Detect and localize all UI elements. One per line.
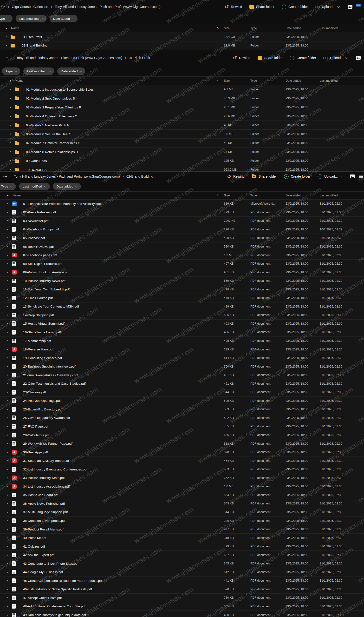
- file-row[interactable]: • 12-Email Course.pdf 476 KB PDF documen…: [0, 294, 364, 302]
- file-name[interactable]: 35-Host a Job Board.pdf: [19, 493, 214, 497]
- column-header-name[interactable]: Name: [13, 79, 214, 82]
- column-header-type[interactable]: Type: [247, 194, 283, 197]
- column-header-name[interactable]: Name: [9, 27, 214, 30]
- file-row[interactable]: • 18-Reverse Haro.pdf 789 KB PDF documen…: [0, 345, 364, 354]
- file-row[interactable]: • 42-Ask the Expert.pdf 637 KB PDF docum…: [0, 551, 364, 559]
- file-name[interactable]: 02-Press Releases.pdf: [19, 210, 214, 214]
- column-header-last-modified[interactable]: Last modified: [317, 194, 364, 197]
- file-row[interactable]: • 31-Setup an Advisory Board.pdf 454 KB …: [0, 456, 364, 465]
- file-row[interactable]: • 03-Newsletter.pdf 1001 KB PDF document…: [0, 217, 364, 225]
- filter-chip-date-added[interactable]: Date added: [57, 68, 85, 75]
- file-row[interactable]: • 11-Start Your Own Subreddit.pdf 498 KB…: [0, 285, 364, 294]
- file-name[interactable]: 46-Lists Industry or Niche Specific Podc…: [19, 587, 214, 591]
- file-name[interactable]: 09-Publish Book on Amazon.pdf: [19, 270, 214, 274]
- list-view-icon[interactable]: [356, 4, 361, 9]
- breadcrumb-more-button[interactable]: •••: [6, 56, 10, 60]
- file-name[interactable]: 36-Apple News Publisher.pdf: [19, 502, 214, 506]
- file-name[interactable]: 14-Drop Shipping.pdf: [19, 313, 214, 317]
- file-name[interactable]: 39-Product Recall Alerts.pdf: [19, 528, 214, 531]
- upload-button[interactable]: ↑ Upload...: [318, 174, 342, 179]
- file-row[interactable]: • 19-Consulting Services.pdf 614 KB PDF …: [0, 354, 364, 362]
- file-row[interactable]: • 45-Create Coupons and Discount for You…: [0, 576, 364, 585]
- file-name[interactable]: 32-List Industry Events and Conferences.…: [19, 467, 214, 471]
- file-row[interactable]: • 25-Expert-Pro Directory.pdf 589 KB PDF…: [0, 405, 364, 414]
- file-name[interactable]: 40-Press Kit.pdf: [19, 536, 214, 540]
- rewind-button[interactable]: ↺ Rewind: [233, 56, 250, 60]
- file-name[interactable]: 06-Module 6 Secure the Deal S: [22, 132, 214, 136]
- filter-chip-date-added[interactable]: Date added: [50, 15, 78, 22]
- file-row[interactable]: • 13-Syndicate Your Content to MSN.pdf 4…: [0, 302, 364, 311]
- file-row[interactable]: • 48-Add Editorial Guidelines to Your Si…: [0, 602, 364, 611]
- breadcrumb-more-button[interactable]: •••: [3, 175, 7, 178]
- file-name[interactable]: 41-Quizzes.pdf: [19, 545, 214, 548]
- file-name[interactable]: 04-Facebook Groups.pdf: [19, 228, 214, 231]
- file-name[interactable]: 06-Book Reviews.pdf: [19, 245, 214, 248]
- file-row[interactable]: • 10-Publish Industry News.pdf 559 KB PD…: [0, 277, 364, 285]
- file-row[interactable]: • 15-Host a Virtual Summit.pdf 493 KB PD…: [0, 320, 364, 328]
- favorite-heart-icon[interactable]: ♥: [10, 79, 12, 82]
- rewind-button[interactable]: ↺ Rewind: [227, 175, 244, 178]
- file-name[interactable]: 17-Membership.pdf: [19, 339, 214, 343]
- list-view-icon[interactable]: [359, 175, 363, 178]
- file-row[interactable]: • 09-Publish Book on Amazon.pdf 951 KB P…: [0, 268, 364, 277]
- file-name[interactable]: 34-List Industry Associations.pdf: [19, 485, 214, 488]
- file-row[interactable]: • 01-Enhance Your Websites Authority and…: [0, 200, 364, 208]
- share-folder-button[interactable]: Share folder: [249, 5, 274, 9]
- file-name[interactable]: 05-Podcast.pdf: [19, 236, 214, 240]
- file-name[interactable]: 24-Post Job Openings.pdf: [19, 399, 214, 402]
- file-row[interactable]: • 23-Glossary.pdf 544 KB PDF document 23…: [0, 388, 364, 397]
- column-header-date-added[interactable]: Date added: [283, 27, 317, 30]
- file-row[interactable]: • 33-Publish Industry Stats.pdf 752 KB P…: [0, 474, 364, 482]
- create-folder-button[interactable]: + Create folder: [284, 174, 310, 179]
- file-name[interactable]: 13-Syndicate Your Content to MSN.pdf: [19, 305, 214, 308]
- file-row[interactable]: • 14-Drop Shipping.pdf 586 KB PDF docume…: [0, 311, 364, 320]
- file-name[interactable]: 30-Best Apps.pdf: [19, 451, 214, 454]
- file-row[interactable]: • 20-Business Spotlight Interviews.pdf 3…: [0, 362, 364, 371]
- file-name[interactable]: 28-Calculators.pdf: [19, 433, 214, 437]
- file-row[interactable]: • 02-Press Releases.pdf 499 KB PDF docum…: [0, 208, 364, 217]
- file-name[interactable]: 19-Consulting Services.pdf: [19, 356, 214, 360]
- column-header-last-modified[interactable]: Last modified: [317, 79, 364, 82]
- sort-ascending-icon[interactable]: ^: [217, 27, 219, 30]
- file-row[interactable]: • 22-Offer Testimonials and Case Studies…: [0, 379, 364, 388]
- breadcrumb-item[interactable]: Tony Hill and Lindsay Jones - Pitch and …: [16, 56, 122, 60]
- sort-ascending-icon[interactable]: ^: [217, 194, 219, 197]
- column-header-type[interactable]: Type: [247, 27, 283, 30]
- share-folder-button[interactable]: Share folder: [252, 175, 277, 178]
- file-name[interactable]: 42-Ask the Expert.pdf: [19, 553, 214, 557]
- column-header-name[interactable]: Name: [11, 194, 214, 197]
- file-row[interactable]: • 26-Give Out Industry Awards.pdf 582 KB…: [0, 414, 364, 423]
- file-row[interactable]: • 32-List Industry Events and Conference…: [0, 465, 364, 474]
- file-name[interactable]: 01-Enhance Your Websites Authority and V…: [19, 202, 214, 206]
- filter-chip-type[interactable]: Type: [2, 68, 20, 75]
- column-header-date-added[interactable]: Date added: [283, 194, 317, 197]
- file-row[interactable]: • 08-Module 8 Retain Relationships R 27 …: [0, 148, 364, 156]
- file-name[interactable]: 37-Multi Language Support.pdf: [19, 510, 214, 514]
- column-header-size[interactable]: Size: [221, 194, 247, 197]
- breadcrumb-item[interactable]: Tony Hill and Lindsay Jones - Pitch and …: [14, 175, 120, 178]
- file-name[interactable]: 33-Publish Industry Stats.pdf: [19, 476, 214, 480]
- file-name[interactable]: 04-Module 4 Outreach Effectively O: [22, 114, 214, 118]
- column-header-date-added[interactable]: Date added: [283, 79, 317, 82]
- create-folder-button[interactable]: + Create folder: [282, 5, 308, 9]
- file-name[interactable]: 08-Module 8 Retain Relationships R: [22, 150, 214, 154]
- file-row[interactable]: • 37-Multi Language Support.pdf 514 KB P…: [0, 508, 364, 517]
- file-name[interactable]: 48-Add Editorial Guidelines to Your Site…: [19, 604, 214, 608]
- file-name[interactable]: 43-Contribute to Stock Photo Sites.pdf: [19, 562, 214, 565]
- file-row[interactable]: • 03-Module 3 Prepare Your Offerings P 2…: [0, 103, 364, 112]
- file-row[interactable]: • 01-Pitch Profit 1.04 GB Folder 23/2/20…: [0, 33, 364, 41]
- file-row[interactable]: • 47-Accept Guest Posts.pdf 780 KB PDF d…: [0, 594, 364, 602]
- file-name[interactable]: 01-Module 1 Introduction to Sponsorship …: [22, 88, 214, 91]
- breadcrumb-item[interactable]: 02-Brand Building: [126, 175, 153, 178]
- file-row[interactable]: • 49-Run polls-surveys to get unique dat…: [0, 611, 364, 617]
- image-view-icon[interactable]: [350, 175, 355, 178]
- file-row[interactable]: • 43-Contribute to Stock Photo Sites.pdf…: [0, 559, 364, 568]
- filter-chip-type[interactable]: Type: [0, 15, 13, 22]
- file-row[interactable]: • 30-Best Apps.pdf 878 KB PDF document 2…: [0, 448, 364, 457]
- column-header-type[interactable]: Type: [247, 79, 283, 82]
- favorite-heart-icon[interactable]: ♥: [7, 194, 9, 197]
- filter-chip-type[interactable]: Type: [0, 183, 16, 190]
- file-name[interactable]: 31-Setup an Advisory Board.pdf: [19, 459, 214, 463]
- file-row[interactable]: • 02-Brand Building 28.0 MB Folder 23/2/…: [0, 41, 364, 50]
- filter-chip-last-modified[interactable]: Last modified: [16, 15, 46, 22]
